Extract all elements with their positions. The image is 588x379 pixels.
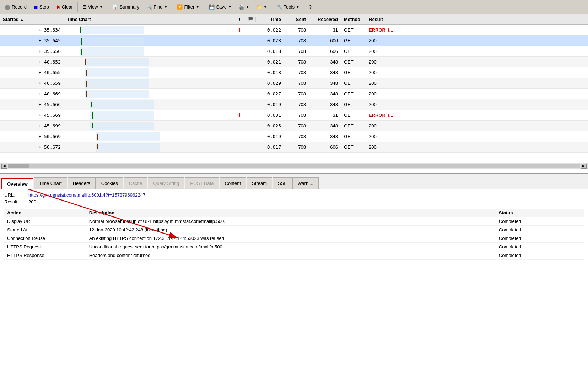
tab-content[interactable]: Content [220,177,247,189]
header-excl[interactable]: ! [234,17,245,22]
cell-result: 200 [366,59,437,65]
cell-timechart [64,100,234,110]
cell-result: ERROR_I... [366,112,437,118]
summary-button[interactable]: 📊 Summary [109,1,143,13]
cell-sent: 708 [284,112,309,118]
url-value[interactable]: https://gm.mmstat.com/tmallfp.5001.4?t=1… [28,192,145,198]
separator-6 [304,2,304,12]
cell-result: ERROR_I... [366,27,437,33]
save-label: Save [216,4,227,10]
filter-dropdown-arrow: ▼ [196,5,199,9]
cell-started: + 40.659 [0,81,64,86]
cell-time: 0.029 [256,81,284,86]
action-cell: HTTPS Response [4,251,86,260]
view-button[interactable]: ☰ View ▼ [79,1,106,13]
header-result[interactable]: Result [366,17,437,22]
tab-warni...[interactable]: Warni... [292,177,319,189]
cell-received: 348 [309,91,341,97]
cell-received: 31 [309,112,341,118]
table-row[interactable]: + 45.666 0.019 708 348 GET 200 [0,99,588,110]
record-icon: ⬤ [5,4,10,10]
table-row[interactable]: + 35.645 0.028 708 606 GET 200 [0,35,588,46]
stream-extra-button[interactable]: 📁 ▼ [253,1,270,13]
find-label: Find [153,4,162,10]
save-button[interactable]: 💾 Save ▼ [206,1,235,13]
cell-sent: 708 [284,27,309,33]
scroll-left-arrow[interactable]: ◀ [1,164,7,169]
stop-icon: ◼ [34,4,38,10]
tab-headers[interactable]: Headers [68,177,96,189]
cell-started: + 45.666 [0,102,64,107]
filter-button[interactable]: 🔽 Filter ▼ [174,1,203,13]
cell-started: + 45.669 [0,112,64,118]
cell-received: 348 [309,81,341,86]
cell-started: + 35.656 [0,49,64,54]
help-button[interactable]: ? [306,1,315,13]
action-table: Action Description Status Display URL No… [4,209,584,260]
save-icon: 💾 [209,4,215,10]
result-value: 200 [28,199,36,204]
table-row[interactable]: + 40.659 0.029 708 348 GET 200 [0,78,588,89]
table-row[interactable]: + 50.669 0.019 708 348 GET 200 [0,131,588,142]
separator-5 [272,2,272,12]
cell-time: 0.022 [256,27,284,33]
cell-time: 0.018 [256,49,284,54]
tab-time-chart[interactable]: Time Chart [34,177,67,189]
desc-cell: 12-Jan-2020 10:42:42.248 (local time) [86,226,496,234]
tab-ssl[interactable]: SSL [273,177,292,189]
cell-time: 0.027 [256,91,284,97]
cell-method: GET [341,112,366,118]
header-time[interactable]: Time [256,17,284,22]
find-button[interactable]: 🔍 Find ▼ [143,1,171,13]
header-timechart[interactable]: Time Chart [64,17,234,22]
tab-stream[interactable]: Stream [247,177,272,189]
table-row[interactable]: + 35.656 0.018 708 606 GET 200 [0,46,588,57]
action-cell: Connection Reuse [4,234,86,243]
cell-started: + 50.669 [0,134,64,139]
header-flag[interactable]: 🏴 [245,17,256,22]
action-row: HTTPS Request Unconditional request sent… [4,243,584,251]
filter-icon: 🔽 [177,4,183,10]
table-row[interactable]: + 35.634 ! 0.022 708 31 GET ERROR_I... [0,25,588,35]
table-row[interactable]: + 50.672 0.017 708 606 GET 200 [0,142,588,153]
tools-label: Tools [284,4,295,10]
cell-started: + 35.634 [0,27,64,33]
save-extra-button[interactable]: 🖨️ ▼ [236,1,253,13]
cell-timechart [64,68,234,78]
cell-sent: 708 [284,91,309,97]
record-button[interactable]: ⬤ Record [1,1,30,13]
header-started[interactable]: Started ▲ [0,17,64,22]
stop-button[interactable]: ◼ Stop [31,1,52,13]
cell-result: 200 [366,38,437,43]
cell-result: 200 [366,102,437,107]
cell-method: GET [341,59,366,65]
tab-overview[interactable]: Overview [1,178,33,190]
tools-button[interactable]: 🔧 Tools ▼ [274,1,303,13]
cell-time: 0.028 [256,38,284,43]
cell-timechart [64,142,234,152]
table-row[interactable]: + 45.669 ! 0.031 708 31 GET ERROR_I... [0,110,588,121]
status-cell: Completed [496,217,584,226]
cell-result: 200 [366,81,437,86]
filter-label: Filter [184,4,194,10]
desc-cell: Normal browser lookup of URL https://gm.… [86,217,496,226]
header-sent[interactable]: Sent [284,17,309,22]
horizontal-scrollbar[interactable]: ◀ ▶ [0,163,588,169]
table-row[interactable]: + 40.652 0.021 708 348 GET 200 [0,57,588,67]
table-row[interactable]: + 45.699 0.025 708 348 GET 200 [0,121,588,131]
table-row[interactable]: + 40.669 0.027 708 348 GET 200 [0,89,588,99]
header-method[interactable]: Method [341,17,366,22]
tab-cookies[interactable]: Cookies [96,177,123,189]
table-row[interactable]: + 40.655 0.018 708 348 GET 200 [0,67,588,78]
cell-started: + 45.699 [0,123,64,128]
header-received[interactable]: Received [309,17,341,22]
status-cell: Completed [496,226,584,234]
cell-received: 348 [309,70,341,75]
cell-method: GET [341,123,366,128]
status-cell: Completed [496,243,584,251]
cell-timechart [64,57,234,67]
table-header: Started ▲ Time Chart ! 🏴 Time Sent Recei… [0,14,588,25]
cell-result: 200 [366,91,437,97]
scroll-right-arrow[interactable]: ▶ [581,164,587,169]
clear-button[interactable]: ✖ Clear [53,1,76,13]
